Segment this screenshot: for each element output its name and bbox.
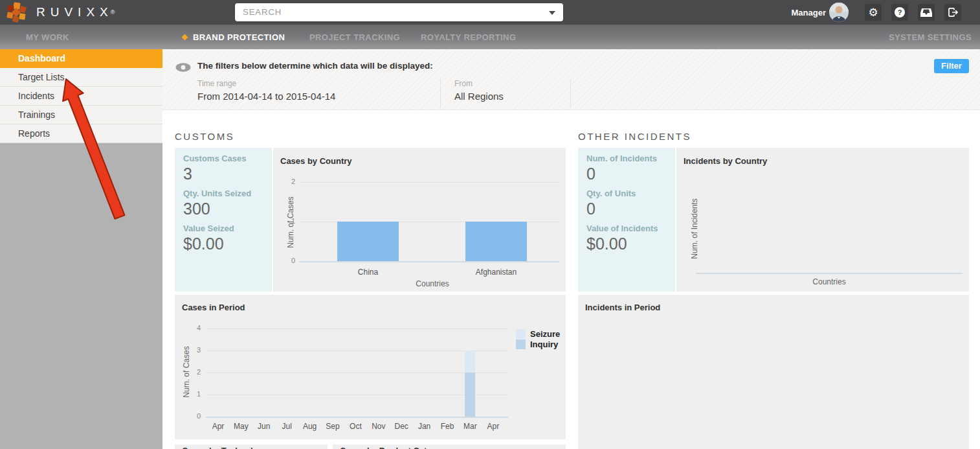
inbox-icon — [920, 8, 932, 17]
ruvixx-dashboard-page: RUVIXX® Manager ⚙ ? — [0, 0, 980, 449]
legend-swatch-inquiry — [516, 340, 526, 349]
cases-in-period-chart: Cases in Period Num. of Cases 01234AprMa… — [175, 295, 566, 439]
chart-title: Incidents by Country — [684, 156, 767, 166]
cases-in-period-plot: 01234AprMayJunJulAugSepOctNovDecJanFebMa… — [175, 295, 566, 439]
stat-value: $0.00 — [586, 235, 658, 253]
legend-label: Seizure — [530, 329, 560, 339]
tab-my-work[interactable]: MY WORK — [26, 25, 69, 49]
stat-value: $0.00 — [183, 235, 234, 253]
filter-field-time-range[interactable]: Time range From 2014-04-14 to 2015-04-14 — [197, 79, 335, 102]
incidents-by-country-chart: Incidents by Country Num. of Incidents C… — [676, 148, 969, 292]
top-right-cluster: Manager ⚙ ? — [792, 0, 961, 25]
settings-button[interactable]: ⚙ — [865, 4, 882, 21]
sign-out-button[interactable] — [944, 4, 961, 21]
cases-by-product-category-chart-cropped: Cases by Product Category — [333, 444, 566, 449]
cases-by-country-plot: 012ChinaAfghanistan — [273, 148, 566, 292]
filter-field-label: From — [454, 79, 504, 88]
logo-cubes-icon — [5, 2, 28, 23]
stat-label: Qty. of Units — [586, 189, 636, 198]
tab-brand-protection[interactable]: BRAND PROTECTION — [193, 25, 285, 49]
sidebar-item-target-lists[interactable]: Target Lists — [0, 68, 162, 87]
legend-label: Inquiry — [530, 340, 558, 349]
active-tab-diamond-icon — [182, 34, 188, 41]
customs-section-heading: CUSTOMS — [175, 131, 234, 142]
user-avatar[interactable] — [829, 3, 849, 22]
stat-label: Value Seized — [183, 224, 234, 233]
incidents-in-period-chart: Incidents in Period — [578, 295, 969, 449]
sidebar-item-incidents[interactable]: Incidents — [0, 87, 162, 106]
registered-mark: ® — [111, 9, 115, 16]
stat-value: 300 — [183, 200, 251, 218]
tab-project-tracking[interactable]: PROJECT TRACKING — [309, 25, 400, 49]
other-incidents-stats-panel: Num. of Incidents 0 Qty. of Units 0 Valu… — [578, 148, 675, 292]
x-axis-label: Countries — [394, 279, 471, 288]
chart-legend: Seizure Inquiry — [516, 329, 560, 350]
stat-label: Customs Cases — [183, 154, 247, 163]
customs-stats-panel: Customs Cases 3 Qty. Units Seized 300 Va… — [175, 148, 272, 292]
chart-title: Cases by Product Category — [340, 446, 450, 449]
filter-field-region[interactable]: From All Regions — [454, 79, 504, 102]
search-input[interactable] — [235, 3, 533, 20]
tab-system-settings[interactable]: SYSTEM SETTINGS — [889, 25, 972, 49]
x-axis-label: Countries — [790, 277, 868, 286]
help-icon: ? — [895, 7, 905, 17]
filter-divider — [440, 79, 441, 108]
filter-bar: The filters below determine which data w… — [162, 49, 980, 110]
sidebar-item-dashboard[interactable]: Dashboard — [0, 49, 162, 68]
gear-icon: ⚙ — [868, 7, 878, 18]
left-sidebar: Dashboard Target Lists Incidents Trainin… — [0, 49, 162, 449]
sidebar-item-trainings[interactable]: Trainings — [0, 106, 162, 124]
filter-divider — [570, 79, 571, 108]
filter-heading: The filters below determine which data w… — [197, 61, 433, 71]
sidebar-item-reports[interactable]: Reports — [0, 124, 162, 143]
sign-out-icon — [947, 6, 959, 18]
global-search — [235, 3, 563, 21]
filter-button[interactable]: Filter — [934, 59, 969, 73]
brand-logo: RUVIXX® — [5, 1, 115, 23]
help-button[interactable]: ? — [891, 4, 908, 21]
legend-swatch-seizure — [516, 329, 526, 339]
user-role-label[interactable]: Manager — [792, 8, 826, 17]
stat-value: 0 — [586, 165, 657, 183]
stat-label: Value of Incidents — [586, 224, 658, 233]
chart-title: Incidents in Period — [585, 303, 660, 312]
eye-icon — [175, 63, 191, 72]
inbox-button[interactable] — [918, 4, 935, 21]
stat-label: Qty. Units Seized — [183, 189, 251, 198]
tab-royalty-reporting[interactable]: ROYALTY REPORTING — [421, 25, 516, 49]
cases-by-technology-chart-cropped: Cases by Technology — [175, 444, 328, 449]
main-nav-bar: MY WORK BRAND PROTECTION PROJECT TRACKIN… — [0, 25, 980, 49]
brand-name: RUVIXX — [36, 5, 113, 19]
stat-value: 3 — [183, 165, 247, 183]
stat-value: 0 — [586, 200, 636, 218]
top-bar: RUVIXX® Manager ⚙ ? — [0, 0, 980, 25]
x-axis-line — [696, 273, 963, 274]
filter-field-label: Time range — [197, 79, 335, 88]
chart-title: Cases by Technology — [182, 446, 268, 449]
filter-field-value[interactable]: From 2014-04-14 to 2015-04-14 — [197, 91, 335, 102]
stat-label: Num. of Incidents — [586, 154, 657, 163]
filter-field-value[interactable]: All Regions — [454, 91, 504, 102]
y-axis-label: Num. of Incidents — [690, 196, 699, 261]
other-incidents-section-heading: OTHER INCIDENTS — [578, 131, 691, 142]
cases-by-country-chart: Cases by Country Num. of Cases 012ChinaA… — [273, 148, 566, 292]
search-dropdown-caret-icon[interactable] — [549, 11, 555, 15]
